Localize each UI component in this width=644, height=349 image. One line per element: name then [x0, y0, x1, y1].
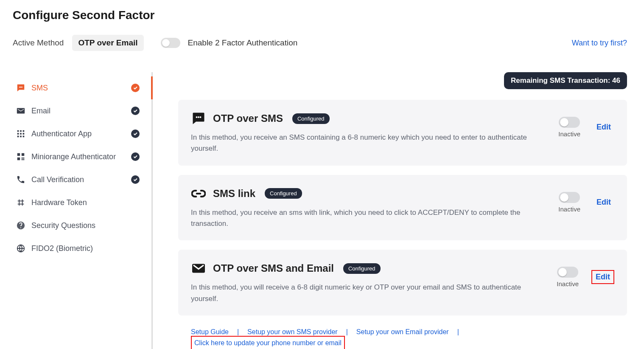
sidebar-item-label: Miniorange Authenticator: [31, 152, 116, 161]
status-label: Inactive: [557, 280, 579, 287]
sidebar-item-label: Security Questions: [31, 221, 95, 230]
method-card-otp-over-sms-and-email: OTP over SMS and EmailConfiguredIn this …: [178, 250, 627, 315]
token-icon: [16, 198, 25, 207]
main-content: Remaining SMS Transaction: 46 OTP over S…: [153, 72, 636, 349]
footer-links: Setup Guide | Setup your own SMS provide…: [178, 325, 627, 349]
divider: |: [237, 328, 239, 336]
svg-rect-6: [17, 133, 19, 135]
svg-rect-4: [20, 130, 22, 132]
check-icon: [131, 152, 140, 161]
qr-icon: [16, 152, 25, 161]
check-icon: [131, 129, 140, 138]
check-icon: [131, 84, 140, 92]
sidebar-item-miniorange-authenticator[interactable]: Miniorange Authenticator: [8, 145, 151, 168]
status-toggle[interactable]: [559, 117, 580, 128]
card-title: SMS link: [213, 188, 255, 200]
remaining-sms-badge: Remaining SMS Transaction: 46: [504, 72, 627, 89]
configured-badge: Configured: [343, 263, 381, 274]
setup-sms-provider-link[interactable]: Setup your own SMS provider: [247, 328, 338, 336]
sms-icon: [16, 83, 25, 93]
sidebar-item-label: Email: [31, 107, 50, 115]
svg-rect-3: [17, 130, 19, 132]
configured-badge: Configured: [265, 188, 302, 199]
try-first-link[interactable]: Want to try first?: [572, 39, 627, 48]
page-title: Configure Second Factor: [13, 8, 636, 22]
sidebar-item-email[interactable]: Email: [8, 99, 151, 122]
status-toggle[interactable]: [559, 192, 580, 203]
svg-point-1: [20, 87, 21, 87]
sidebar-item-fido2-biometric-[interactable]: FIDO2 (Biometric): [8, 237, 151, 260]
enable-2fa-toggle[interactable]: [161, 38, 180, 48]
divider: |: [457, 328, 459, 336]
setup-email-provider-link[interactable]: Setup your own Email provider: [356, 328, 449, 336]
card-description: In this method, you receive an sms with …: [191, 207, 550, 230]
svg-rect-12: [17, 153, 20, 156]
svg-point-0: [19, 87, 20, 87]
svg-rect-9: [17, 136, 19, 138]
enable-2fa-label: Enable 2 Factor Authentication: [188, 38, 572, 48]
svg-rect-10: [20, 136, 22, 138]
header-row: Active Method OTP over Email Enable 2 Fa…: [13, 35, 636, 51]
check-icon: [131, 175, 140, 184]
svg-point-2: [22, 87, 22, 87]
status-label: Inactive: [558, 205, 580, 213]
sidebar-item-label: SMS: [31, 84, 48, 93]
sidebar-item-call-verification[interactable]: Call Verification: [8, 168, 151, 191]
method-card-otp-over-sms: OTP over SMSConfiguredIn this method, yo…: [178, 100, 627, 166]
svg-rect-14: [17, 158, 20, 160]
svg-rect-19: [19, 201, 22, 204]
svg-rect-16: [23, 158, 25, 159]
divider: |: [346, 328, 348, 336]
sidebar-item-sms[interactable]: SMS: [8, 76, 151, 99]
sms-icon: [191, 111, 206, 126]
svg-rect-17: [22, 159, 23, 160]
setup-guide-link[interactable]: Setup Guide: [191, 328, 229, 336]
update-phone-email-link[interactable]: Click here to update your phone number o…: [191, 336, 345, 349]
status-toggle[interactable]: [557, 267, 578, 278]
card-description: In this method, you will receive a 6-8 d…: [191, 282, 548, 304]
sidebar-item-label: Authenticator App: [31, 129, 92, 138]
card-title: OTP over SMS: [213, 113, 283, 124]
method-card-sms-link: SMS linkConfiguredIn this method, you re…: [178, 175, 627, 241]
email-icon: [191, 261, 206, 276]
sidebar: SMSEmailAuthenticator AppMiniorange Auth…: [8, 72, 153, 349]
svg-rect-8: [23, 133, 25, 135]
svg-point-23: [200, 116, 202, 118]
grid-icon: [16, 129, 25, 138]
edit-button[interactable]: Edit: [591, 270, 614, 284]
link-icon: [191, 186, 206, 201]
sidebar-item-label: Call Verification: [31, 175, 84, 184]
svg-point-22: [198, 116, 199, 118]
status-label: Inactive: [558, 130, 580, 138]
svg-rect-15: [22, 158, 23, 159]
svg-rect-13: [22, 153, 24, 156]
sidebar-item-hardware-token[interactable]: Hardware Token: [8, 191, 151, 214]
sidebar-item-label: Hardware Token: [31, 198, 87, 207]
active-method-label: Active Method: [13, 38, 64, 48]
question-icon: [16, 221, 25, 230]
active-method-value: OTP over Email: [72, 35, 143, 51]
check-icon: [131, 107, 140, 115]
svg-point-21: [196, 116, 198, 118]
card-title: OTP over SMS and Email: [213, 262, 334, 274]
svg-rect-7: [20, 133, 22, 135]
sidebar-item-label: FIDO2 (Biometric): [31, 244, 93, 253]
svg-rect-5: [23, 130, 25, 132]
globe-icon: [16, 244, 25, 253]
svg-rect-18: [23, 159, 25, 160]
sidebar-item-authenticator-app[interactable]: Authenticator App: [8, 122, 151, 145]
sidebar-item-security-questions[interactable]: Security Questions: [8, 214, 151, 237]
card-description: In this method, you receive an SMS conta…: [191, 132, 550, 155]
email-icon: [16, 106, 25, 115]
edit-button[interactable]: Edit: [593, 121, 614, 133]
svg-rect-11: [23, 136, 25, 138]
edit-button[interactable]: Edit: [593, 196, 614, 208]
configured-badge: Configured: [292, 113, 330, 124]
phone-icon: [16, 175, 25, 184]
